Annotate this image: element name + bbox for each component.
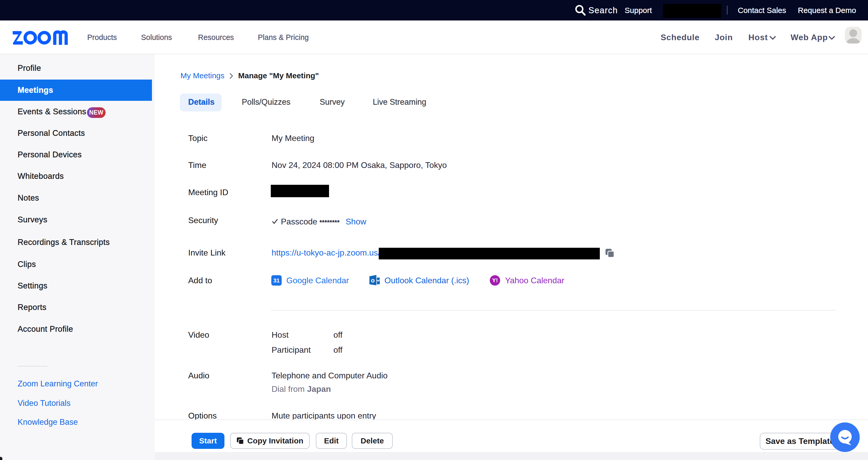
svg-text:31: 31 [273, 277, 280, 284]
svg-text:o: o [371, 277, 375, 284]
